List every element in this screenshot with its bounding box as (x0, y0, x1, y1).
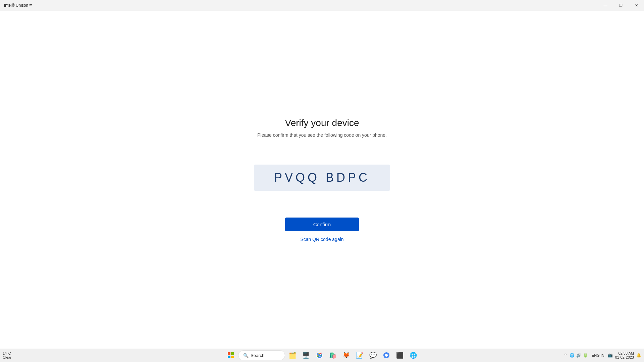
notesnook-icon[interactable]: 📝 (354, 349, 366, 361)
svg-rect-0 (228, 352, 230, 355)
minimize-button[interactable]: — (598, 0, 613, 11)
main-content: Verify your device Please confirm that y… (0, 11, 644, 349)
speaker-icon[interactable]: 🔊 (576, 353, 582, 358)
tray-chevron[interactable]: ⌃ (563, 353, 568, 358)
weather-widget: 14°C Clear (3, 351, 11, 359)
start-button[interactable] (225, 349, 237, 361)
chrome2-icon[interactable] (380, 349, 392, 361)
svg-point-8 (385, 354, 388, 357)
whatsapp-icon[interactable]: 💬 (367, 349, 379, 361)
battery-icon[interactable]: 🔋 (583, 353, 588, 358)
weather-desc: Clear (3, 355, 11, 359)
search-bar[interactable]: 🔍 Search (238, 350, 285, 360)
taskbar-right: ⌃ 🌐 🔊 🔋 ENG IN 📺 02:33 AM 01-02-2023 🔔 (563, 351, 641, 359)
search-label: Search (251, 353, 264, 358)
titlebar: Intel® Unison™ — ❐ ✕ (0, 0, 644, 11)
clock-date: 01-02-2023 (615, 355, 634, 359)
taskbar-left: 14°C Clear (3, 351, 14, 359)
network-icon[interactable]: 🌐 (570, 353, 575, 358)
svg-rect-1 (231, 352, 234, 355)
page-title: Verify your device (285, 118, 359, 128)
svg-rect-2 (228, 356, 230, 358)
system-tray: ⌃ 🌐 🔊 🔋 (563, 353, 588, 358)
desktop-icon[interactable]: 🖥️ (300, 349, 312, 361)
ms-store-icon[interactable]: 🛍️ (327, 349, 339, 361)
taskbar: 14°C Clear 🔍 Search 🗂️ 🖥️ (0, 349, 644, 362)
notification-icon[interactable]: 🔔 (636, 353, 641, 358)
edge-icon[interactable]: 🌐 (407, 349, 419, 361)
firefox-icon[interactable]: 🦊 (340, 349, 352, 361)
svg-point-6 (318, 354, 321, 357)
taskbar-center: 🔍 Search 🗂️ 🖥️ 🛍️ (225, 349, 419, 361)
confirm-button[interactable]: Confirm (285, 218, 359, 231)
restore-button[interactable]: ❐ (613, 0, 629, 11)
chrome-icon[interactable] (313, 349, 325, 361)
search-icon: 🔍 (243, 353, 249, 358)
clock-time: 02:33 AM (619, 351, 634, 355)
window-controls: — ❐ ✕ (598, 0, 644, 11)
clock-widget[interactable]: 02:33 AM 01-02-2023 (615, 351, 634, 359)
scan-qr-link[interactable]: Scan QR code again (300, 237, 343, 242)
language-indicator[interactable]: ENG IN (590, 353, 606, 357)
verification-code-box: PVQQ BDPC (254, 165, 390, 191)
display-icon[interactable]: 📺 (608, 353, 613, 358)
weather-temp: 14°C (3, 351, 11, 355)
app-title: Intel® Unison™ (4, 3, 32, 8)
svg-rect-3 (231, 356, 234, 358)
terminal-icon[interactable]: ⬛ (394, 349, 406, 361)
verification-code: PVQQ BDPC (274, 171, 370, 184)
verify-subtitle: Please confirm that you see the followin… (257, 132, 387, 138)
close-button[interactable]: ✕ (629, 0, 644, 11)
file-explorer-icon[interactable]: 🗂️ (286, 349, 299, 361)
